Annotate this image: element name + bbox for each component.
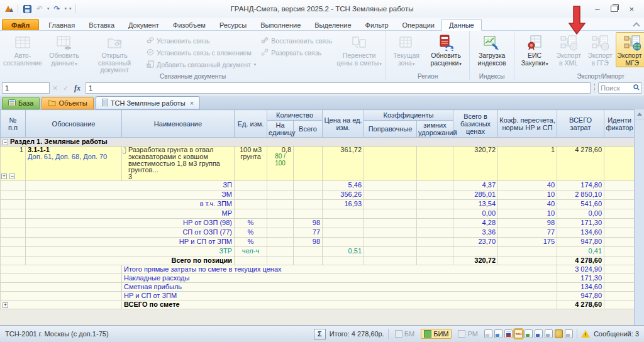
- grid-cell[interactable]: [604, 291, 635, 300]
- grid-cell[interactable]: [417, 246, 453, 256]
- current-zone-button[interactable]: Текущая зона▾: [388, 32, 425, 67]
- grid-cell[interactable]: 320,72: [453, 146, 498, 181]
- undo-icon[interactable]: ↶: [35, 4, 45, 14]
- tab-data[interactable]: Данные: [441, 19, 482, 31]
- grid-cell[interactable]: [235, 209, 267, 218]
- coins-icon[interactable]: [555, 329, 563, 338]
- header-qty-total[interactable]: Всего: [294, 121, 323, 138]
- undo-caret-icon[interactable]: ▾: [47, 6, 50, 11]
- add-linked-document-button[interactable]: Добавить связанный документ ▾: [147, 60, 256, 69]
- grid-cell[interactable]: [604, 300, 635, 309]
- restore-button[interactable]: [611, 6, 618, 12]
- grid-cell[interactable]: [604, 256, 635, 265]
- scroll-up-icon[interactable]: [635, 109, 644, 119]
- grid-cell[interactable]: НР от ОЗП (98): [26, 218, 235, 228]
- grid-cell[interactable]: [453, 246, 498, 256]
- grid-cell[interactable]: [1, 209, 26, 218]
- archive-icon[interactable]: [565, 329, 573, 338]
- grid-cell[interactable]: [604, 199, 635, 209]
- grid-cell[interactable]: 0,880 / 100: [267, 146, 294, 181]
- grid-cell[interactable]: [294, 209, 323, 218]
- grid-cell[interactable]: [1, 190, 26, 199]
- grid-cell[interactable]: [364, 228, 417, 237]
- grid-cell[interactable]: [1, 218, 26, 228]
- header-num[interactable]: № п.п: [1, 110, 26, 138]
- cell-reference-box[interactable]: 1: [2, 82, 50, 94]
- header-name[interactable]: Наименование: [122, 110, 235, 138]
- confirm-icon[interactable]: ✓: [60, 84, 71, 92]
- grid-cell[interactable]: 40: [498, 199, 557, 209]
- tab-insert[interactable]: Вставка: [82, 19, 121, 30]
- grid-cell[interactable]: [604, 282, 635, 291]
- search-input[interactable]: Поиск: [598, 82, 642, 94]
- grid-cell[interactable]: Разработка грунта в отвалэкскаваторами с…: [122, 146, 235, 181]
- grid-cell[interactable]: [364, 190, 417, 199]
- grid-cell[interactable]: [417, 146, 453, 181]
- header-winter[interactable]: зимних удорожаний: [417, 121, 453, 138]
- grid-cell[interactable]: 0,00: [557, 209, 604, 218]
- grid-cell[interactable]: ВСЕГО по смете: [122, 300, 557, 309]
- grid-cell[interactable]: [267, 209, 294, 218]
- grid-cell[interactable]: [267, 199, 294, 209]
- tab-execution[interactable]: Выполнение: [253, 19, 308, 30]
- grid-cell[interactable]: 98: [498, 218, 557, 228]
- messages-button[interactable]: Сообщений: 3: [594, 330, 639, 338]
- grid-cell[interactable]: [1, 265, 122, 273]
- grid-cell[interactable]: [364, 199, 417, 209]
- grid-cell[interactable]: [294, 246, 323, 256]
- document-indigo-icon[interactable]: [535, 329, 543, 338]
- grid-cell[interactable]: 1+−: [1, 146, 26, 181]
- update-rates-button[interactable]: Обновить расценки▾: [425, 32, 467, 67]
- grid-cell[interactable]: [1, 256, 26, 265]
- header-corrective[interactable]: Поправочные: [364, 121, 417, 138]
- grid-cell[interactable]: [1, 282, 122, 291]
- search-icon[interactable]: [633, 84, 640, 92]
- grid-cell[interactable]: [294, 256, 323, 265]
- close-button[interactable]: ×: [629, 5, 634, 13]
- collapse-icon[interactable]: −: [3, 140, 8, 145]
- header-grand-total[interactable]: ВСЕГО затрат: [557, 110, 604, 138]
- open-linked-document-button[interactable]: Открыть связанный документ: [85, 32, 144, 74]
- tab-tsn-zemlyanye-raboty[interactable]: ТСН Земляные работы ×: [96, 96, 200, 109]
- tab-selection[interactable]: Выделение: [308, 19, 358, 30]
- grid-cell[interactable]: Накладные расходы: [122, 273, 557, 282]
- header-base-total[interactable]: Всего в базисных ценах: [453, 110, 498, 138]
- grid-cell[interactable]: [417, 228, 453, 237]
- grid-cell[interactable]: [417, 180, 453, 190]
- grid-cell[interactable]: [323, 228, 364, 237]
- grid-cell[interactable]: 947,80: [557, 237, 604, 246]
- header-coefficients[interactable]: Коэффициенты: [364, 110, 453, 121]
- grid-cell[interactable]: [1, 180, 26, 190]
- grid-cell[interactable]: 4,28: [453, 218, 498, 228]
- grid-cell[interactable]: %: [235, 237, 267, 246]
- header-qty-per-unit[interactable]: На единицу: [267, 121, 294, 138]
- eis-purchases-button[interactable]: ЕИС Закупки▾: [516, 32, 553, 67]
- grid-cell[interactable]: 5,46: [323, 180, 364, 190]
- grid-cell[interactable]: [323, 218, 364, 228]
- grid-cell[interactable]: −Раздел 1. Земляные работы: [1, 138, 635, 146]
- restore-link-button[interactable]: Восстановить связь: [261, 36, 332, 45]
- grid-cell[interactable]: 98: [294, 218, 323, 228]
- tab-filter[interactable]: Фильтр: [358, 19, 396, 30]
- collapse-icon[interactable]: −: [9, 174, 15, 179]
- grid-cell[interactable]: 4 278,60: [557, 300, 604, 309]
- grid-cell[interactable]: [417, 199, 453, 209]
- header-justification[interactable]: Обоснование: [26, 110, 122, 138]
- grid-cell[interactable]: [1, 273, 122, 282]
- grid-cell[interactable]: [1, 291, 122, 300]
- close-tab-icon[interactable]: ×: [190, 99, 194, 107]
- grid-cell[interactable]: 4 278,60: [557, 256, 604, 265]
- grid-cell[interactable]: 77: [294, 228, 323, 237]
- tab-document[interactable]: Документ: [121, 19, 166, 30]
- grid-cell[interactable]: чел-ч: [235, 246, 267, 256]
- mode-bim-toggle[interactable]: БИМ: [421, 329, 452, 339]
- refresh-data-button[interactable]: Обновить данные▾: [43, 32, 85, 67]
- russia-flag-icon[interactable]: [504, 329, 513, 338]
- grid-cell[interactable]: 134,60: [557, 282, 604, 291]
- tab-file[interactable]: Файл: [2, 19, 39, 30]
- grid-cell[interactable]: 98: [294, 237, 323, 246]
- tab-home[interactable]: Главная: [42, 19, 82, 30]
- save-icon[interactable]: [22, 4, 32, 14]
- grid-cell[interactable]: 171,30: [557, 273, 604, 282]
- grid-cell[interactable]: [604, 146, 635, 181]
